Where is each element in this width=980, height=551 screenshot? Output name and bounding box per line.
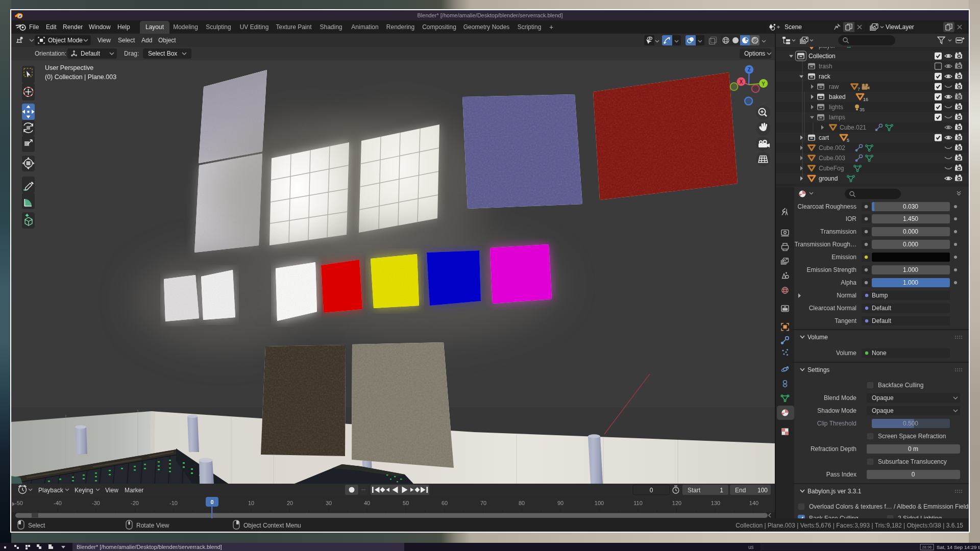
svg-text:0.500: 0.500 <box>903 420 918 427</box>
svg-text:Pass Index: Pass Index <box>826 471 856 478</box>
svg-text:Overload Colors & textures f…: Overload Colors & textures f… / Albedo &… <box>809 503 969 510</box>
svg-text:35: 35 <box>860 107 865 112</box>
svg-text:5: 5 <box>847 138 849 143</box>
svg-text:Collection: Collection <box>808 53 836 60</box>
svg-text:0.030: 0.030 <box>903 203 918 210</box>
svg-text:lamps: lamps <box>829 114 845 121</box>
svg-text:10: 10 <box>248 500 254 506</box>
svg-text:Playback: Playback <box>38 487 64 494</box>
svg-text:-10: -10 <box>169 500 178 506</box>
svg-text:0 m: 0 m <box>908 445 918 453</box>
svg-text:120: 120 <box>672 500 681 506</box>
svg-text:lights: lights <box>829 104 843 111</box>
svg-text:Opaque: Opaque <box>872 407 894 414</box>
svg-text:Settings: Settings <box>807 366 829 373</box>
svg-text:View: View <box>105 487 118 494</box>
svg-text:X: X <box>740 79 743 85</box>
svg-text:Normal: Normal <box>837 292 856 299</box>
svg-text:Volume: Volume <box>836 349 856 357</box>
svg-text:CubeFog: CubeFog <box>819 165 844 172</box>
svg-text:Backface Culling: Backface Culling <box>878 382 923 389</box>
svg-text:Select: Select <box>28 522 45 529</box>
svg-text:Y: Y <box>762 81 765 87</box>
svg-text:50: 50 <box>403 500 409 506</box>
svg-text:Transmission: Transmission <box>820 228 856 235</box>
svg-text:us: us <box>748 544 754 550</box>
svg-text:baked: baked <box>829 93 846 101</box>
svg-text:Refraction Depth: Refraction Depth <box>811 445 856 453</box>
svg-text:Object Context Menu: Object Context Menu <box>243 522 301 529</box>
svg-text:0: 0 <box>912 471 915 478</box>
svg-text:Keying: Keying <box>75 487 93 494</box>
svg-text:Rotate View: Rotate View <box>136 522 169 529</box>
svg-text:30: 30 <box>326 500 332 506</box>
svg-text:0: 0 <box>650 487 653 494</box>
svg-text:100: 100 <box>757 487 768 494</box>
svg-text:IOR: IOR <box>846 215 857 222</box>
svg-text:Z: Z <box>748 67 751 72</box>
svg-text:Emission Strength: Emission Strength <box>807 266 856 273</box>
svg-text:110: 110 <box>633 500 643 506</box>
svg-text:Tangent: Tangent <box>835 317 856 324</box>
svg-text:-20: -20 <box>131 500 139 506</box>
svg-text:Transmission Rough…: Transmission Rough… <box>794 241 856 248</box>
svg-text:0.000: 0.000 <box>903 241 918 248</box>
svg-text:0.000: 0.000 <box>903 228 918 235</box>
svg-text:1.000: 1.000 <box>903 279 918 286</box>
svg-text:Volume: Volume <box>807 334 828 341</box>
svg-text:130: 130 <box>711 500 720 506</box>
svg-text:40: 40 <box>364 500 370 506</box>
svg-text:Collection | Plane.003 | Verts: Collection | Plane.003 | Verts:5,676 | F… <box>736 522 963 529</box>
svg-text:Cube.003: Cube.003 <box>819 155 845 162</box>
svg-text:140: 140 <box>749 500 758 506</box>
svg-text:Cube.021: Cube.021 <box>840 124 866 131</box>
svg-text:Shadow Mode: Shadow Mode <box>817 407 856 414</box>
svg-text:60: 60 <box>442 500 448 506</box>
svg-text:trash: trash <box>819 63 832 70</box>
svg-text:Babylon.js ver 3.3.1: Babylon.js ver 3.3.1 <box>807 488 862 495</box>
svg-text:raw: raw <box>829 83 839 90</box>
svg-text:Clip Threshold: Clip Threshold <box>817 420 856 427</box>
svg-text:-30: -30 <box>92 500 100 506</box>
svg-text:Subsurface Translucency: Subsurface Translucency <box>878 458 947 465</box>
svg-text:1.450: 1.450 <box>903 215 918 222</box>
svg-text:80: 80 <box>519 500 525 506</box>
svg-text:Blender* [/home/amalie/Desktop: Blender* [/home/amalie/Desktop/blender/s… <box>77 544 222 550</box>
svg-text:Back Face Culling: Back Face Culling <box>809 515 859 518</box>
svg-text:cart: cart <box>819 134 829 141</box>
svg-text:None: None <box>872 349 887 357</box>
svg-text:User Perspective: User Perspective <box>45 64 93 71</box>
svg-text:Clearcoat Normal: Clearcoat Normal <box>809 305 856 312</box>
svg-text:-40: -40 <box>54 500 62 506</box>
svg-text:Blend Mode: Blend Mode <box>824 394 856 402</box>
svg-text:28.96: 28.96 <box>922 545 932 549</box>
svg-text:Opaque: Opaque <box>872 394 894 402</box>
svg-text:Sat, 14 Sep 14:29 tile: Sat, 14 Sep 14:29 tile <box>937 544 980 550</box>
svg-text:0: 0 <box>210 499 213 505</box>
svg-text:End: End <box>735 487 746 494</box>
svg-text:rack: rack <box>819 73 831 80</box>
svg-text:Default: Default <box>872 305 892 312</box>
svg-text:-50: -50 <box>15 500 23 506</box>
svg-text:Marker: Marker <box>125 487 143 494</box>
svg-text:1: 1 <box>720 487 723 494</box>
svg-text:Alpha: Alpha <box>841 279 856 286</box>
svg-text:Cube.002: Cube.002 <box>819 144 845 152</box>
svg-text:90: 90 <box>557 500 564 506</box>
svg-text:16: 16 <box>863 97 868 102</box>
svg-text:Start: Start <box>688 487 701 494</box>
svg-text:100: 100 <box>595 500 604 506</box>
svg-text:1.000: 1.000 <box>903 266 918 273</box>
svg-text:(0) Collection | Plane.003: (0) Collection | Plane.003 <box>45 73 116 81</box>
svg-text:Bump: Bump <box>872 292 888 299</box>
svg-text:Clearcoat Roughness: Clearcoat Roughness <box>798 203 856 210</box>
svg-text:Default: Default <box>872 317 892 324</box>
svg-text:Screen Space Refraction: Screen Space Refraction <box>878 433 946 440</box>
svg-text:ground: ground <box>819 175 838 182</box>
svg-text:20: 20 <box>287 500 293 506</box>
svg-text:70: 70 <box>480 500 486 506</box>
svg-text:2 Sided Lighting: 2 Sided Lighting <box>898 515 942 518</box>
svg-text:7: 7 <box>857 87 860 92</box>
svg-text:Emission: Emission <box>831 254 856 261</box>
